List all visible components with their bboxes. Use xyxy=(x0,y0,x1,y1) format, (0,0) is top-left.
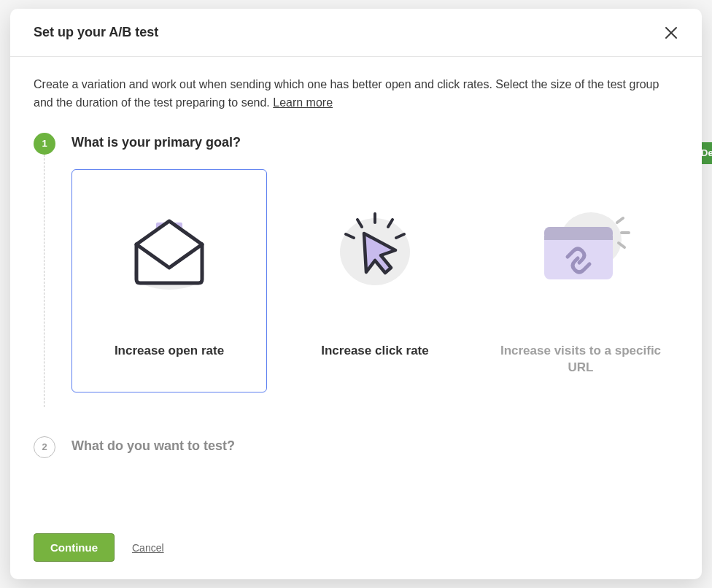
goal-option-open-rate[interactable]: Increase open rate xyxy=(71,169,267,392)
close-button[interactable] xyxy=(664,26,678,40)
close-icon xyxy=(664,26,678,40)
step-2-badge: 2 xyxy=(34,436,55,458)
goal-option-label: Increase visits to a specific URL xyxy=(497,342,665,377)
step-1: 1 What is your primary goal? Incre xyxy=(34,133,678,392)
modal-title: Set up your A/B test xyxy=(34,25,158,40)
goal-option-url-visits[interactable]: Increase visits to a specific URL xyxy=(483,169,678,392)
browser-link-icon xyxy=(530,201,632,303)
goal-option-label: Increase open rate xyxy=(115,342,224,360)
step-1-badge: 1 xyxy=(34,133,55,155)
step-2-heading: What do you want to test? xyxy=(71,436,678,454)
svg-rect-16 xyxy=(544,236,613,240)
cursor-click-icon xyxy=(324,201,426,303)
ab-test-modal: Set up your A/B test Create a variation … xyxy=(10,9,702,579)
intro-text-content: Create a variation and work out when sen… xyxy=(34,78,659,109)
goal-options: Increase open rate xyxy=(71,169,678,392)
svg-line-11 xyxy=(617,218,623,223)
learn-more-link[interactable]: Learn more xyxy=(273,96,333,109)
continue-button[interactable]: Continue xyxy=(34,533,115,562)
step-connector xyxy=(44,155,44,407)
modal-body: Create a variation and work out when sen… xyxy=(10,57,702,519)
steps-container: 1 What is your primary goal? Incre xyxy=(34,133,678,468)
step-2: 2 What do you want to test? xyxy=(34,436,678,468)
intro-text: Create a variation and work out when sen… xyxy=(34,76,678,112)
goal-option-label: Increase click rate xyxy=(321,342,428,360)
modal-header: Set up your A/B test xyxy=(10,9,702,57)
step-1-heading: What is your primary goal? xyxy=(71,133,678,150)
envelope-open-icon xyxy=(118,201,220,303)
goal-option-click-rate[interactable]: Increase click rate xyxy=(277,169,473,392)
cancel-link[interactable]: Cancel xyxy=(132,542,164,554)
modal-footer: Continue Cancel xyxy=(10,519,702,579)
